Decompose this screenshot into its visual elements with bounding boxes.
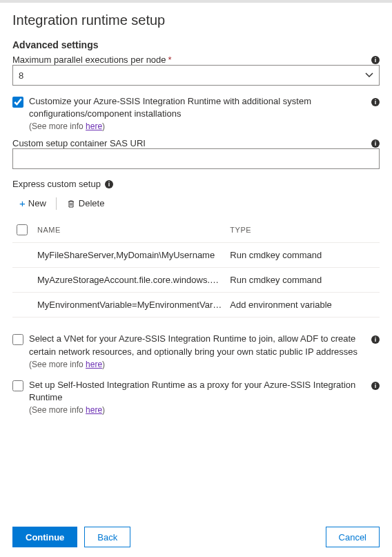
info-icon[interactable]: i <box>371 382 380 390</box>
table-row[interactable]: MyAzureStorageAccount.file.core.windows.… <box>12 268 380 293</box>
max-parallel-label: Maximum parallel executions per node <box>12 55 166 65</box>
express-setup-table: NAME TYPE MyFileShareServer,MyDomain\MyU… <box>12 217 380 317</box>
customize-hint-link[interactable]: here <box>86 121 102 131</box>
delete-button[interactable]: Delete <box>62 195 109 211</box>
express-setup-label: Express custom setup <box>12 179 101 189</box>
proxy-hint-link[interactable]: here <box>86 405 102 415</box>
customize-checkbox[interactable] <box>12 97 23 108</box>
vnet-hint-link[interactable]: here <box>86 360 102 369</box>
toolbar-separator <box>56 197 57 210</box>
new-button-label: New <box>28 198 46 208</box>
delete-button-label: Delete <box>79 198 105 208</box>
vnet-hint-suffix: ) <box>102 360 105 369</box>
customize-label: Customize your Azure-SSIS Integration Ru… <box>29 95 366 120</box>
info-icon[interactable]: i <box>371 139 380 148</box>
col-name: NAME <box>33 217 226 243</box>
back-button[interactable]: Back <box>84 527 130 547</box>
row-type: Run cmdkey command <box>226 268 380 293</box>
sas-uri-input[interactable] <box>12 148 380 169</box>
row-type: Add environment variable <box>226 293 380 317</box>
sas-uri-label: Custom setup container SAS URI <box>12 138 146 148</box>
info-icon[interactable]: i <box>105 180 113 188</box>
table-row[interactable]: MyEnvironmentVariable=MyEnvironmentVaria… <box>12 293 380 317</box>
row-type: Run cmdkey command <box>226 243 380 268</box>
cancel-button[interactable]: Cancel <box>326 527 380 547</box>
new-button[interactable]: + New <box>15 195 50 212</box>
row-name: MyAzureStorageAccount.file.core.windows.… <box>33 268 226 293</box>
col-type: TYPE <box>226 217 380 243</box>
proxy-label: Set up Self-Hosted Integration Runtime a… <box>29 379 366 404</box>
vnet-hint-prefix: (See more info <box>29 360 86 369</box>
chevron-down-icon <box>365 71 373 79</box>
info-icon[interactable]: i <box>371 98 380 106</box>
section-heading: Advanced settings <box>12 39 380 50</box>
max-parallel-select[interactable]: 8 <box>12 65 380 86</box>
customize-hint-suffix: ) <box>102 121 105 131</box>
vnet-label: Select a VNet for your Azure-SSIS Integr… <box>29 333 366 358</box>
table-row[interactable]: MyFileShareServer,MyDomain\MyUsername Ru… <box>12 243 380 268</box>
row-name: MyFileShareServer,MyDomain\MyUsername <box>33 243 226 268</box>
proxy-hint-suffix: ) <box>102 405 105 415</box>
select-all-checkbox[interactable] <box>17 224 28 235</box>
continue-button[interactable]: Continue <box>12 527 77 547</box>
plus-icon: + <box>19 197 26 209</box>
proxy-checkbox[interactable] <box>12 380 23 391</box>
customize-hint-prefix: (See more info <box>29 121 86 131</box>
max-parallel-value: 8 <box>19 70 23 81</box>
info-icon[interactable]: i <box>371 56 380 64</box>
trash-icon <box>66 199 76 208</box>
vnet-checkbox[interactable] <box>12 334 23 345</box>
page-title: Integration runtime setup <box>12 12 380 28</box>
required-indicator: * <box>168 55 172 65</box>
info-icon[interactable]: i <box>371 335 380 344</box>
proxy-hint-prefix: (See more info <box>29 405 86 415</box>
row-name: MyEnvironmentVariable=MyEnvironmentVaria… <box>33 293 226 317</box>
